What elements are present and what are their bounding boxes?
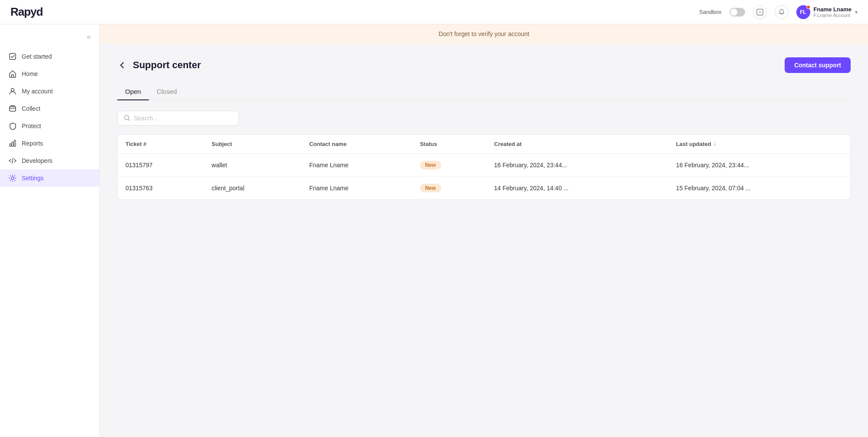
sandbox-label: Sandbox <box>699 9 721 15</box>
collect-icon <box>9 105 17 113</box>
check-square-icon <box>9 53 17 60</box>
user-account: F.Lname Account <box>814 13 851 18</box>
user-menu[interactable]: FL Fname Lname F.Lname Account ▾ <box>796 5 858 19</box>
tabs: OpenClosed <box>117 83 851 100</box>
sidebar-item-home[interactable]: Home <box>0 65 99 83</box>
sidebar-item-label: Home <box>22 70 38 77</box>
search-input[interactable] <box>134 115 232 122</box>
cell-subject: wallet <box>204 153 301 176</box>
banner-message: Don't forget to verify your account <box>439 30 529 37</box>
cell-contact_name: Fname Lname <box>301 153 412 176</box>
collapse-sidebar-button[interactable]: « <box>85 31 92 43</box>
cell-created_at: 14 February, 2024, 14:40 ... <box>486 176 668 199</box>
col-status: Status <box>412 135 486 154</box>
home-icon <box>9 70 17 78</box>
back-arrow-icon <box>117 60 127 70</box>
main-content: Don't forget to verify your account Supp… <box>100 24 868 437</box>
back-button[interactable] <box>117 60 127 70</box>
page-header: Support center Contact support <box>117 57 851 73</box>
cell-last_updated: 15 February, 2024, 07:04 ... <box>668 176 850 199</box>
page-title: Support center <box>133 60 201 71</box>
help-icon: ? <box>756 9 763 16</box>
topbar: Rapyd Sandbox ? FL Fname Lname F.Lname A… <box>0 0 868 24</box>
cell-last_updated: 16 February, 2024, 23:44... <box>668 153 850 176</box>
col-subject: Subject <box>204 135 301 154</box>
table-row[interactable]: 01315763client_portalFname LnameNew14 Fe… <box>118 176 850 199</box>
svg-point-8 <box>11 177 14 179</box>
cell-created_at: 16 February, 2024, 23:44... <box>486 153 668 176</box>
avatar-status-dot <box>806 5 810 9</box>
search-icon <box>124 115 130 121</box>
sidebar-item-label: Protect <box>22 122 41 129</box>
svg-rect-6 <box>12 142 13 146</box>
shield-icon <box>9 122 17 130</box>
sidebar: « Get started Home My account Collect Pr… <box>0 24 100 437</box>
tab-closed[interactable]: Closed <box>149 83 185 100</box>
chevron-down-icon: ▾ <box>855 9 858 15</box>
tab-open[interactable]: Open <box>117 83 149 100</box>
svg-rect-4 <box>10 106 16 111</box>
svg-rect-7 <box>14 140 16 146</box>
sort-arrow-icon: ↓ <box>713 141 716 147</box>
search-wrap <box>117 111 851 126</box>
sidebar-item-label: Collect <box>22 105 40 112</box>
col-last_updated[interactable]: Last updated↓ <box>668 135 850 154</box>
cell-ticket: 01315797 <box>118 153 204 176</box>
svg-text:?: ? <box>759 10 761 14</box>
user-info: Fname Lname F.Lname Account <box>814 6 851 18</box>
sidebar-item-label: Get started <box>22 53 52 60</box>
status-badge: New <box>420 161 441 169</box>
bar-chart-icon <box>9 139 17 147</box>
user-icon <box>9 87 17 95</box>
svg-point-3 <box>11 89 14 92</box>
help-button[interactable]: ? <box>753 5 767 19</box>
sidebar-item-protect[interactable]: Protect <box>0 117 99 135</box>
col-created_at: Created at <box>486 135 668 154</box>
sidebar-collapse: « <box>0 31 99 48</box>
status-badge: New <box>420 184 441 192</box>
page-title-wrap: Support center <box>117 60 201 71</box>
col-contact_name: Contact name <box>301 135 412 154</box>
search-box <box>117 111 239 126</box>
notifications-button[interactable] <box>775 5 789 19</box>
cell-contact_name: Fname Lname <box>301 176 412 199</box>
sidebar-item-label: Settings <box>22 175 44 182</box>
sidebar-item-label: Developers <box>22 157 53 164</box>
cell-ticket: 01315763 <box>118 176 204 199</box>
col-ticket: Ticket # <box>118 135 204 154</box>
bell-icon <box>778 9 785 16</box>
user-name: Fname Lname <box>814 6 851 13</box>
verify-banner: Don't forget to verify your account <box>100 24 868 43</box>
sidebar-item-get-started[interactable]: Get started <box>0 48 99 65</box>
svg-rect-5 <box>10 144 11 146</box>
table-row[interactable]: 01315797walletFname LnameNew16 February,… <box>118 153 850 176</box>
layout: « Get started Home My account Collect Pr… <box>0 24 868 437</box>
settings-icon <box>9 174 17 182</box>
sidebar-item-developers[interactable]: Developers <box>0 152 99 169</box>
sandbox-toggle[interactable] <box>729 8 745 17</box>
svg-rect-2 <box>10 53 16 60</box>
sidebar-item-my-account[interactable]: My account <box>0 83 99 100</box>
tickets-table: Ticket #SubjectContact nameStatusCreated… <box>117 134 851 200</box>
contact-support-button[interactable]: Contact support <box>785 57 851 73</box>
sidebar-item-label: My account <box>22 88 53 95</box>
sidebar-item-reports[interactable]: Reports <box>0 135 99 152</box>
page-content: Support center Contact support OpenClose… <box>100 43 868 437</box>
sidebar-item-settings[interactable]: Settings <box>0 169 99 187</box>
cell-status: New <box>412 153 486 176</box>
code-icon <box>9 157 17 165</box>
cell-status: New <box>412 176 486 199</box>
logo: Rapyd <box>10 5 43 19</box>
topbar-right: Sandbox ? FL Fname Lname F.Lname Account <box>699 5 858 19</box>
sidebar-item-label: Reports <box>22 140 43 147</box>
cell-subject: client_portal <box>204 176 301 199</box>
sidebar-item-collect[interactable]: Collect <box>0 100 99 117</box>
avatar: FL <box>796 5 810 19</box>
